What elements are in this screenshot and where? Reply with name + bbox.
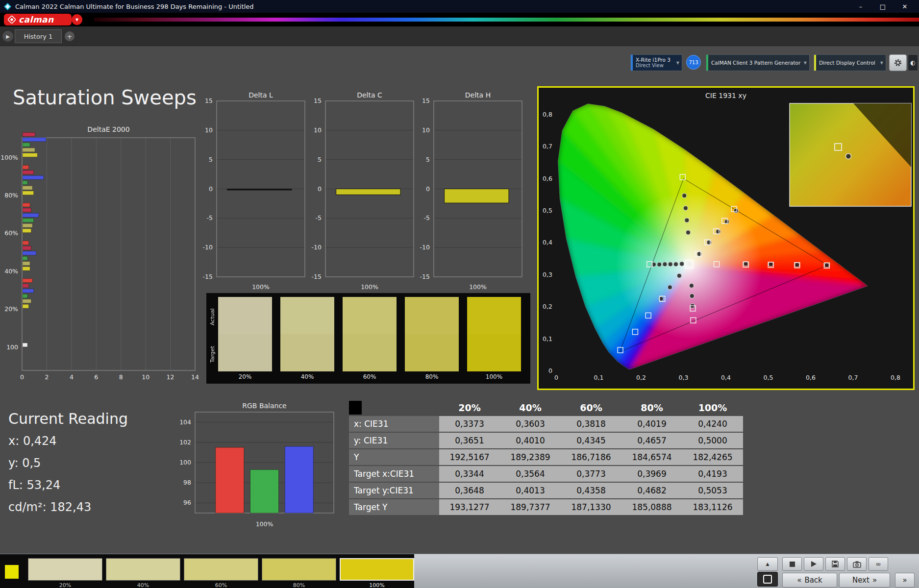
theme-toggle-button[interactable]: ◐ <box>908 54 918 71</box>
measured-point <box>689 283 694 288</box>
deltae-bar <box>23 289 34 293</box>
calman-diamond-icon <box>8 16 16 24</box>
measured-point <box>663 262 667 267</box>
deltae-bar <box>23 191 34 195</box>
play-icon <box>811 561 817 567</box>
meter-dropdown[interactable]: X-Rite i1Pro 3 Direct View ▼ <box>630 54 682 71</box>
infinity-icon: ∞ <box>875 560 881 568</box>
row-label: x: CIE31 <box>349 416 439 432</box>
table-cell: 192,5167 <box>439 449 500 465</box>
pattern-color-strip <box>706 55 708 71</box>
svg-text:0,1: 0,1 <box>594 374 604 381</box>
svg-text:100: 100 <box>6 343 18 351</box>
stop-button[interactable] <box>782 557 802 571</box>
logo-menu-button[interactable]: ▼ <box>72 14 82 25</box>
minimize-button[interactable]: – <box>850 0 871 13</box>
tab-history-1[interactable]: History 1 <box>15 29 62 43</box>
table-cell: 189,2389 <box>500 449 561 465</box>
measured-point <box>685 218 689 222</box>
delta-h-chart: 151050-5-10-15100% <box>407 96 529 297</box>
pattern-swatch-60%[interactable] <box>184 558 258 581</box>
snapshot-button[interactable] <box>847 557 867 571</box>
logo-strip: calman ▼ <box>0 13 919 26</box>
continuous-measure-button[interactable]: ∞ <box>869 557 888 571</box>
table-cell: 189,7377 <box>500 499 561 515</box>
pattern-swatch-40%[interactable] <box>106 558 180 581</box>
next-button[interactable]: Next» <box>839 573 890 588</box>
svg-text:0,3: 0,3 <box>543 271 552 278</box>
svg-text:5: 5 <box>318 156 322 163</box>
measured-point <box>716 229 720 234</box>
deltae-bar <box>23 143 30 147</box>
compare-swatch-label: 80% <box>405 373 459 380</box>
pattern-swatch-label: 60% <box>184 582 258 588</box>
save-button[interactable] <box>825 557 845 571</box>
deltae-bar <box>23 175 44 179</box>
svg-text:4: 4 <box>70 373 74 381</box>
table-cell: 0,4193 <box>682 466 743 482</box>
deltae-bar <box>23 241 29 245</box>
svg-text:-10: -10 <box>312 244 322 251</box>
table-cell: 183,1126 <box>682 499 743 515</box>
calman-logo[interactable]: calman <box>4 14 72 25</box>
display-control-dropdown[interactable]: Direct Display Control ▼ <box>814 54 886 71</box>
deltae-chart: 02468101214100%80%60%40%20%100 <box>0 132 203 385</box>
svg-text:15: 15 <box>205 97 213 104</box>
deltae-bar <box>23 343 27 347</box>
table-header-cell: 60% <box>561 400 621 415</box>
compare-swatch-label: 20% <box>218 373 272 380</box>
rgb-bar-blue <box>285 446 313 513</box>
table-row: x: CIE310,33730,36030,38180,40190,4240 <box>349 416 743 432</box>
table-row: Y192,5167189,2389186,7186184,6574182,426… <box>349 449 743 465</box>
svg-text:60%: 60% <box>4 229 18 237</box>
compare-swatch-100% <box>467 297 521 371</box>
settings-button[interactable] <box>889 54 907 71</box>
deltae-bar <box>23 284 29 288</box>
row-label: y: CIE31 <box>349 433 439 448</box>
close-button[interactable]: ✕ <box>894 0 916 13</box>
deltae-bar <box>23 294 27 298</box>
deltae-bar <box>23 229 31 233</box>
app-icon <box>4 3 11 10</box>
table-header-cell: 40% <box>500 400 561 415</box>
meter-badge[interactable]: 713 <box>686 55 701 70</box>
panel-collapse-button[interactable]: ▲ <box>757 557 778 571</box>
table-header-cell: 80% <box>621 400 682 415</box>
deltae-bar <box>23 246 31 250</box>
svg-text:104: 104 <box>179 418 191 426</box>
back-button[interactable]: «Back <box>782 573 837 588</box>
row-label: Target y:CIE31 <box>349 483 439 498</box>
measured-point <box>677 273 681 278</box>
table-row: Target y:CIE310,36480,40130,43580,46820,… <box>349 483 743 498</box>
measured-point <box>686 230 690 235</box>
svg-text:100: 100 <box>179 459 191 466</box>
advance-button[interactable]: » <box>895 573 915 588</box>
pattern-window-button[interactable] <box>757 572 778 587</box>
add-tab-button[interactable]: + <box>65 31 75 41</box>
rgb-balance-chart: 1041021009896100% <box>166 407 337 539</box>
pattern-swatch-strip: 20%40%60%80%100% <box>0 554 414 588</box>
meter-mode: Direct View <box>636 63 671 69</box>
table-cell: 0,4657 <box>621 433 682 448</box>
compare-swatch-20% <box>218 297 272 371</box>
pattern-swatch-80%[interactable] <box>262 558 336 581</box>
svg-text:14: 14 <box>191 373 199 381</box>
svg-text:6: 6 <box>94 373 98 381</box>
table-cell: 0,4682 <box>621 483 682 498</box>
tab-scroll-button[interactable]: ▶ <box>2 31 13 42</box>
compare-swatch-80% <box>405 297 459 371</box>
svg-text:5: 5 <box>426 156 430 163</box>
pattern-swatch-20%[interactable] <box>28 558 102 581</box>
measured-point <box>734 208 738 213</box>
pattern-window-icon <box>763 575 772 584</box>
current-reading-title: Current Reading <box>8 410 128 427</box>
svg-text:0,2: 0,2 <box>543 303 552 310</box>
svg-text:10: 10 <box>422 126 430 134</box>
maximize-button[interactable]: □ <box>872 0 894 13</box>
svg-text:12: 12 <box>167 373 174 381</box>
pattern-swatch-100%[interactable] <box>340 558 414 581</box>
table-cell: 0,4345 <box>561 433 621 448</box>
play-button[interactable] <box>804 557 823 571</box>
table-cell: 184,6574 <box>621 449 682 465</box>
pattern-generator-dropdown[interactable]: CalMAN Client 3 Pattern Generator ▼ <box>706 54 810 71</box>
